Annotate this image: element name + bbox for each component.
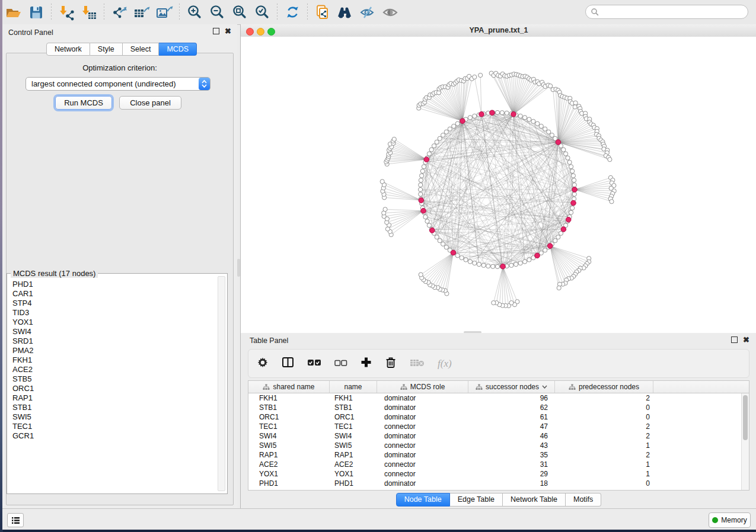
- graph-node[interactable]: [535, 121, 540, 126]
- mcds-result-item[interactable]: TEC1: [12, 422, 218, 431]
- table-row[interactable]: STB1STB1dominator620: [248, 403, 742, 412]
- tab-style[interactable]: Style: [90, 43, 123, 56]
- graph-mcds-hub-node[interactable]: [451, 250, 456, 255]
- graph-leaf-node[interactable]: [573, 105, 577, 109]
- column-header-MCDS-role[interactable]: MCDS role: [377, 381, 468, 393]
- mcds-result-item[interactable]: SWI5: [12, 412, 218, 422]
- graph-mcds-hub-node[interactable]: [561, 227, 566, 232]
- close-table-panel-icon[interactable]: ✖: [743, 337, 749, 342]
- graph-leaf-node[interactable]: [383, 207, 387, 211]
- memory-button[interactable]: Memory: [709, 512, 751, 528]
- graph-node[interactable]: [572, 183, 576, 187]
- graph-node[interactable]: [420, 174, 424, 178]
- graph-node[interactable]: [570, 206, 575, 210]
- graph-node[interactable]: [543, 248, 547, 252]
- graph-node[interactable]: [527, 117, 531, 121]
- show-all-button[interactable]: [379, 2, 401, 23]
- graph-node[interactable]: [418, 187, 422, 191]
- mcds-result-item[interactable]: RAP1: [12, 393, 218, 403]
- graph-node[interactable]: [569, 165, 573, 169]
- graph-mcds-hub-node[interactable]: [479, 112, 484, 117]
- graph-node[interactable]: [566, 156, 570, 160]
- show-columns-button[interactable]: [282, 357, 294, 370]
- graph-node[interactable]: [464, 258, 468, 262]
- zoom-fit-button[interactable]: [228, 2, 251, 23]
- mcds-result-scrollbar[interactable]: [218, 276, 225, 491]
- add-column-button[interactable]: [361, 357, 372, 370]
- graph-node[interactable]: [486, 264, 490, 268]
- tab-motifs[interactable]: Motifs: [566, 493, 601, 507]
- table-row[interactable]: TEC1TEC1connector472: [248, 422, 742, 431]
- graph-leaf-node[interactable]: [419, 273, 423, 277]
- graph-mcds-hub-node[interactable]: [500, 264, 506, 269]
- graph-node[interactable]: [420, 169, 425, 173]
- mcds-result-item[interactable]: STB1: [12, 403, 218, 412]
- graph-node[interactable]: [553, 239, 557, 243]
- graph-node[interactable]: [572, 192, 576, 196]
- tab-select[interactable]: Select: [123, 43, 160, 56]
- zoom-in-button[interactable]: [183, 2, 206, 23]
- table-row[interactable]: RAP1RAP1dominator352: [248, 450, 742, 460]
- graph-node[interactable]: [505, 111, 509, 115]
- graph-node[interactable]: [438, 239, 442, 243]
- graph-node[interactable]: [438, 136, 442, 140]
- table-scrollbar-thumb[interactable]: [743, 395, 748, 440]
- tab-network-table[interactable]: Network Table: [503, 493, 566, 507]
- export-image-button[interactable]: [153, 2, 176, 23]
- graph-leaf-node[interactable]: [608, 158, 612, 162]
- graph-node[interactable]: [572, 178, 576, 182]
- mcds-result-item[interactable]: SRD1: [12, 336, 218, 346]
- mcds-result-item[interactable]: SWI4: [12, 327, 218, 336]
- graph-node[interactable]: [539, 124, 543, 128]
- import-network-button[interactable]: [55, 2, 78, 23]
- mcds-result-item[interactable]: STP4: [12, 299, 218, 308]
- mcds-result-item[interactable]: GCR1: [12, 431, 218, 441]
- search-input[interactable]: [601, 7, 748, 17]
- mcds-result-item[interactable]: FKH1: [12, 355, 218, 365]
- graph-node[interactable]: [460, 256, 464, 260]
- network-graph[interactable]: [241, 37, 756, 331]
- mcds-result-item[interactable]: CAR1: [12, 289, 218, 299]
- graph-node[interactable]: [571, 174, 575, 178]
- graph-node[interactable]: [514, 262, 518, 267]
- table-row[interactable]: FKH1FKH1dominator962: [248, 393, 742, 403]
- graph-node[interactable]: [570, 169, 575, 173]
- mcds-result-item[interactable]: ACE2: [12, 365, 218, 374]
- float-table-panel-icon[interactable]: [731, 336, 738, 343]
- graph-node[interactable]: [473, 114, 477, 118]
- graph-node[interactable]: [444, 245, 448, 249]
- table-row[interactable]: SWI5SWI5connector431: [248, 441, 742, 450]
- graph-node[interactable]: [419, 178, 423, 182]
- mcds-result-item[interactable]: ORC1: [12, 384, 218, 393]
- graph-mcds-hub-node[interactable]: [419, 198, 424, 203]
- new-network-from-selection-button[interactable]: [311, 2, 334, 23]
- graph-node[interactable]: [562, 148, 566, 152]
- graph-node[interactable]: [518, 114, 522, 118]
- float-panel-icon[interactable]: [213, 28, 219, 34]
- graph-leaf-node[interactable]: [380, 180, 384, 184]
- network-titlebar[interactable]: YPA_prune.txt_1: [241, 24, 756, 37]
- open-file-button[interactable]: [2, 2, 25, 23]
- save-session-button[interactable]: [25, 2, 47, 23]
- column-header-shared-name[interactable]: shared name: [248, 381, 330, 393]
- graph-node[interactable]: [468, 259, 472, 264]
- graph-node[interactable]: [468, 116, 472, 120]
- graph-node[interactable]: [448, 127, 452, 131]
- delete-column-button[interactable]: [385, 356, 397, 371]
- import-table-button[interactable]: [78, 2, 100, 23]
- graph-node[interactable]: [455, 121, 460, 126]
- graph-node[interactable]: [527, 258, 531, 262]
- graph-mcds-hub-node[interactable]: [556, 140, 561, 145]
- table-row[interactable]: ORC1ORC1dominator610: [248, 412, 742, 422]
- refresh-layout-button[interactable]: [281, 2, 304, 23]
- show-panels-button[interactable]: [7, 513, 24, 527]
- graph-node[interactable]: [477, 262, 481, 267]
- graph-leaf-node[interactable]: [610, 200, 614, 204]
- graph-node[interactable]: [569, 210, 573, 214]
- graph-node[interactable]: [435, 140, 439, 144]
- tab-mcds[interactable]: MCDS: [159, 43, 197, 56]
- graph-node[interactable]: [422, 165, 426, 169]
- zoom-out-button[interactable]: [206, 2, 228, 23]
- graph-leaf-node[interactable]: [492, 301, 496, 305]
- graph-node[interactable]: [441, 242, 445, 246]
